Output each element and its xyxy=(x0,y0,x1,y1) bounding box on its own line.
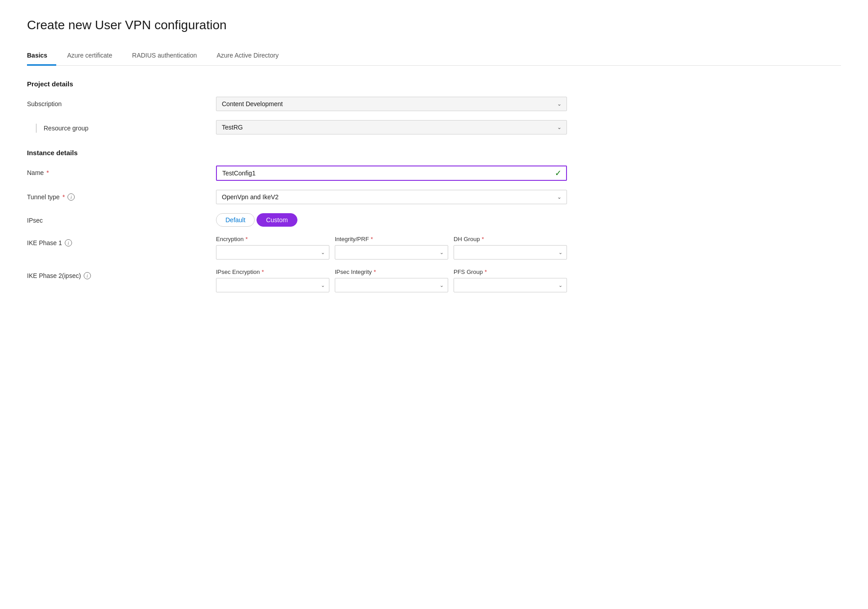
ike-phase1-info-icon[interactable]: i xyxy=(65,239,72,246)
ipsec-control: Default Custom xyxy=(216,213,567,227)
resource-group-control: TestRG ⌄ xyxy=(216,120,567,134)
ike-phase2-ipsec-enc-select[interactable] xyxy=(216,278,329,292)
name-row: Name * ✓ xyxy=(27,166,841,181)
ike-phase2-info-icon[interactable]: i xyxy=(84,272,91,279)
project-details-section: Project details Subscription Content Dev… xyxy=(27,80,841,134)
pfs-required-star: * xyxy=(485,269,487,275)
ipsec-label: IPsec xyxy=(27,213,216,224)
ike-phase1-encryption-field: Encryption * ⌄ xyxy=(216,236,329,260)
ike-phase1-integrity-field: Integrity/PRF * ⌄ xyxy=(335,236,448,260)
ike-phase2-pfs-select[interactable] xyxy=(454,278,567,292)
subscription-control: Content Development ⌄ xyxy=(216,97,567,111)
resource-group-label-wrapper: Resource group xyxy=(27,120,216,133)
ike-phase1-dh-label: DH Group * xyxy=(454,236,567,242)
indent-line xyxy=(36,124,36,133)
ike-phase2-ipsec-enc-wrapper: ⌄ xyxy=(216,278,329,292)
ike-phase1-integrity-select[interactable] xyxy=(335,245,448,260)
ike-phase1-label: IKE Phase 1 i xyxy=(27,236,216,246)
integ-required-star: * xyxy=(371,236,373,242)
enc-required-star: * xyxy=(245,236,247,242)
tunnel-type-control: OpenVpn and IkeV2 ⌄ xyxy=(216,190,567,204)
ipsec-default-button[interactable]: Default xyxy=(216,213,255,227)
name-label: Name * xyxy=(27,166,216,176)
ike-phase1-fields: Encryption * ⌄ Integrity/PRF * ⌄ xyxy=(216,236,567,260)
dh-required-star: * xyxy=(482,236,484,242)
ike-phase1-row: IKE Phase 1 i Encryption * ⌄ Integrity/P… xyxy=(27,236,841,260)
ike-phase2-ipsec-enc-field: IPsec Encryption * ⌄ xyxy=(216,269,329,292)
tunnel-type-label: Tunnel type * i xyxy=(27,190,216,201)
resource-group-select[interactable]: TestRG xyxy=(216,120,567,134)
ike-phase2-ipsec-integ-select[interactable] xyxy=(335,278,448,292)
instance-details-title: Instance details xyxy=(27,149,841,157)
name-control: ✓ xyxy=(216,166,567,181)
ipsec-toggle-group: Default Custom xyxy=(216,213,567,227)
tunnel-type-select-wrapper: OpenVpn and IkeV2 ⌄ xyxy=(216,190,567,204)
ike-phase2-fields: IPsec Encryption * ⌄ IPsec Integrity * xyxy=(216,269,567,292)
ike-phase2-label: IKE Phase 2(ipsec) i xyxy=(27,269,216,279)
resource-group-label: Resource group xyxy=(44,125,89,132)
ike-phase2-ipsec-integ-field: IPsec Integrity * ⌄ xyxy=(335,269,448,292)
subscription-select-wrapper: Content Development ⌄ xyxy=(216,97,567,111)
resource-group-row: Resource group TestRG ⌄ xyxy=(27,120,841,134)
ike-phase2-ipsec-integ-wrapper: ⌄ xyxy=(335,278,448,292)
ike-phase2-ipsec-integ-label: IPsec Integrity * xyxy=(335,269,448,275)
ike-phase2-pfs-wrapper: ⌄ xyxy=(454,278,567,292)
tab-basics[interactable]: Basics xyxy=(27,47,56,66)
ike-phase1-dh-select[interactable] xyxy=(454,245,567,260)
page-title: Create new User VPN configuration xyxy=(27,18,841,32)
ike-phase1-encryption-wrapper: ⌄ xyxy=(216,245,329,260)
resource-group-select-wrapper: TestRG ⌄ xyxy=(216,120,567,134)
ike-phase1-integrity-label: Integrity/PRF * xyxy=(335,236,448,242)
tunnel-required-star: * xyxy=(63,193,65,201)
ike-phase2-pfs-field: PFS Group * ⌄ xyxy=(454,269,567,292)
subscription-label: Subscription xyxy=(27,97,216,107)
ike-phase1-encryption-label: Encryption * xyxy=(216,236,329,242)
instance-details-section: Instance details Name * ✓ Tunnel type * … xyxy=(27,149,841,292)
ike-phase2-pfs-label: PFS Group * xyxy=(454,269,567,275)
ike-phase2-ipsec-enc-label: IPsec Encryption * xyxy=(216,269,329,275)
subscription-row: Subscription Content Development ⌄ xyxy=(27,97,841,111)
tunnel-type-select[interactable]: OpenVpn and IkeV2 xyxy=(216,190,567,204)
tab-azure-ad[interactable]: Azure Active Directory xyxy=(217,47,288,66)
tab-bar: Basics Azure certificate RADIUS authenti… xyxy=(27,47,841,66)
ipsec-custom-button[interactable]: Custom xyxy=(256,213,297,227)
ike-phase1-dh-wrapper: ⌄ xyxy=(454,245,567,260)
ike-phase2-row: IKE Phase 2(ipsec) i IPsec Encryption * … xyxy=(27,269,841,292)
ike-phase1-dh-field: DH Group * ⌄ xyxy=(454,236,567,260)
name-check-icon: ✓ xyxy=(555,168,562,178)
tunnel-type-info-icon[interactable]: i xyxy=(67,193,75,201)
tab-radius-auth[interactable]: RADIUS authentication xyxy=(132,47,206,66)
ipsec-enc-required-star: * xyxy=(262,269,264,275)
project-details-title: Project details xyxy=(27,80,841,88)
name-required-star: * xyxy=(46,169,49,176)
name-input-wrapper: ✓ xyxy=(216,166,567,181)
tunnel-type-row: Tunnel type * i OpenVpn and IkeV2 ⌄ xyxy=(27,190,841,204)
ike-phase1-integrity-wrapper: ⌄ xyxy=(335,245,448,260)
name-input[interactable] xyxy=(216,166,567,181)
ike-phase1-encryption-select[interactable] xyxy=(216,245,329,260)
subscription-select[interactable]: Content Development xyxy=(216,97,567,111)
ipsec-row: IPsec Default Custom xyxy=(27,213,841,227)
ipsec-integ-required-star: * xyxy=(373,269,376,275)
tab-azure-certificate[interactable]: Azure certificate xyxy=(67,47,121,66)
